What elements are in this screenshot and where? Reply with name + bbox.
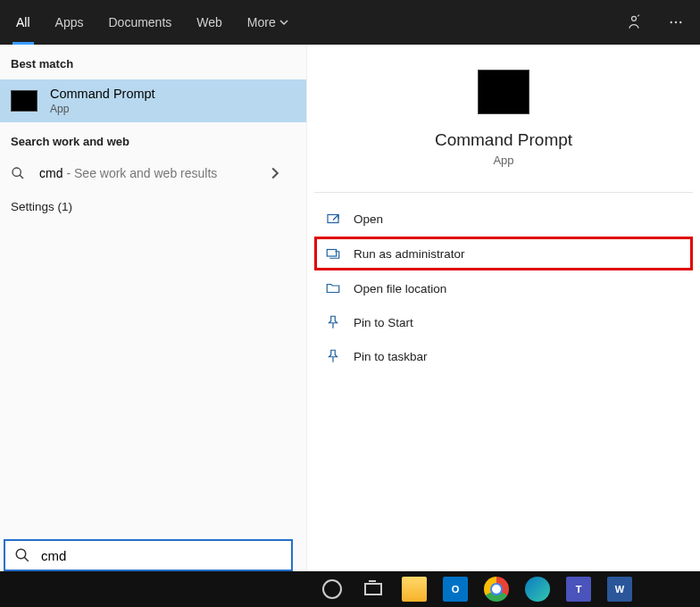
web-result-cmd[interactable]: cmd - See work and web results xyxy=(0,157,306,189)
taskbar-file-explorer[interactable] xyxy=(396,571,432,607)
action-pin-to-taskbar[interactable]: Pin to taskbar xyxy=(314,339,693,373)
admin-icon xyxy=(325,245,341,262)
divider xyxy=(314,192,693,193)
svg-point-3 xyxy=(679,21,681,23)
search-icon xyxy=(14,547,30,563)
best-match-label: Best match xyxy=(0,45,306,79)
result-command-prompt[interactable]: Command Prompt App xyxy=(0,79,306,122)
open-icon xyxy=(325,211,341,227)
pin-taskbar-icon xyxy=(325,348,341,364)
pin-icon xyxy=(325,314,341,330)
tab-web[interactable]: Web xyxy=(184,0,235,45)
cortana-icon xyxy=(322,579,342,599)
action-open-loc-label: Open file location xyxy=(354,282,446,295)
tab-apps[interactable]: Apps xyxy=(43,0,96,45)
folder-icon xyxy=(402,577,427,602)
task-view-button[interactable] xyxy=(355,571,391,607)
cortana-button[interactable] xyxy=(314,571,350,607)
action-open-label: Open xyxy=(354,212,383,226)
result-subtitle: App xyxy=(50,103,155,115)
preview-title: Command Prompt xyxy=(435,130,572,150)
result-title: Command Prompt xyxy=(50,87,155,101)
preview-panel: Command Prompt App Open Run as administr… xyxy=(307,45,700,571)
search-input[interactable] xyxy=(41,548,282,563)
edge-icon xyxy=(525,577,550,602)
action-pin-to-start[interactable]: Pin to Start xyxy=(314,305,693,339)
action-run-admin-label: Run as administrator xyxy=(354,247,465,261)
taskbar-edge[interactable] xyxy=(520,571,555,607)
taskbar-teams[interactable]: T xyxy=(561,571,596,607)
search-tabs: All Apps Documents Web More xyxy=(0,0,700,45)
preview-cmd-icon xyxy=(478,70,529,114)
tab-more[interactable]: More xyxy=(235,0,301,45)
svg-point-7 xyxy=(16,549,26,559)
action-pin-taskbar-label: Pin to taskbar xyxy=(354,350,428,363)
action-run-as-administrator[interactable]: Run as administrator xyxy=(314,237,693,270)
svg-point-2 xyxy=(675,21,677,23)
folder-icon xyxy=(325,280,341,296)
search-work-web-label: Search work and web xyxy=(0,122,306,157)
svg-point-4 xyxy=(12,168,21,176)
svg-rect-6 xyxy=(327,250,337,257)
taskbar-outlook[interactable]: O xyxy=(438,571,473,607)
feedback-icon[interactable] xyxy=(612,13,655,31)
preview-kind: App xyxy=(493,154,513,167)
tab-documents[interactable]: Documents xyxy=(96,0,184,45)
settings-group[interactable]: Settings (1) xyxy=(0,189,306,224)
taskbar-word[interactable]: W xyxy=(602,571,638,607)
web-hint: - See work and web results xyxy=(66,166,217,180)
tab-more-label: More xyxy=(247,15,276,29)
tab-all[interactable]: All xyxy=(4,0,43,45)
taskbar-chrome[interactable] xyxy=(479,571,514,607)
teams-icon: T xyxy=(566,577,591,602)
results-panel: Best match Command Prompt App Search wor… xyxy=(0,45,307,571)
outlook-icon: O xyxy=(443,577,468,602)
cmd-icon xyxy=(11,90,38,112)
svg-point-0 xyxy=(632,16,637,21)
action-pin-start-label: Pin to Start xyxy=(354,316,413,329)
chevron-down-icon xyxy=(279,18,288,27)
svg-point-1 xyxy=(671,21,672,23)
search-box[interactable] xyxy=(4,539,293,571)
task-view-icon xyxy=(364,583,382,595)
search-icon xyxy=(11,166,25,180)
more-options-icon[interactable] xyxy=(655,14,696,30)
web-query: cmd xyxy=(39,166,62,180)
word-icon: W xyxy=(607,577,632,602)
chevron-right-icon xyxy=(269,167,281,179)
chrome-icon xyxy=(484,577,509,602)
action-open[interactable]: Open xyxy=(314,202,693,236)
taskbar: O T W xyxy=(0,571,700,607)
action-open-file-location[interactable]: Open file location xyxy=(314,271,693,305)
